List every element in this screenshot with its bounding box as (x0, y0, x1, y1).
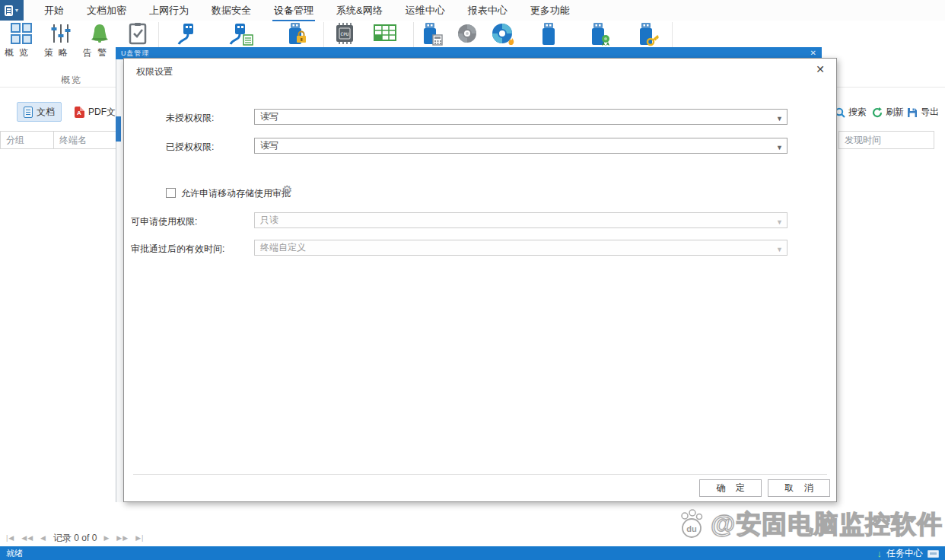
menu-bar: ▼ 开始 文档加密 上网行为 数据安全 设备管理 系统&网络 运维中心 报表中心… (0, 0, 945, 21)
applicable-permission-value: 只读 (260, 215, 278, 225)
app-window: ▼ 开始 文档加密 上网行为 数据安全 设备管理 系统&网络 运维中心 报表中心… (0, 0, 945, 560)
authorized-permission-select[interactable]: 读写 ▼ (254, 138, 788, 154)
refresh-icon (872, 107, 883, 118)
column-header-discovery-time[interactable]: 发现时间 (838, 131, 934, 149)
tab-internet-behavior[interactable]: 上网行为 (148, 0, 190, 21)
svg-text:du: du (686, 524, 696, 533)
search-label: 搜索 (848, 106, 867, 119)
export-label: 导出 (921, 106, 939, 119)
authorized-permission-value: 读写 (260, 140, 278, 151)
dialog-footer-divider (133, 474, 827, 475)
chevron-down-icon: ▼ (776, 141, 783, 155)
ribbon-separator (413, 22, 414, 48)
watermark-text: @安固电脑监控软件 (711, 508, 943, 542)
policy-sliders-icon[interactable] (50, 22, 72, 48)
search-button[interactable]: 搜索 (835, 106, 867, 119)
usb-register-icon[interactable] (420, 22, 444, 49)
refresh-label: 刷新 (886, 106, 904, 119)
chevron-down-icon: ▼ (776, 112, 783, 126)
pagination-record-text: 记录 0 of 0 (53, 532, 97, 545)
cd-icon[interactable] (456, 22, 479, 48)
pagination-first-button[interactable]: |◀ (6, 534, 14, 542)
status-ready-text: 就绪 (6, 548, 23, 559)
pagination-next-page-button[interactable]: ▶▶ (116, 534, 129, 542)
pagination-next-button[interactable]: ▶ (103, 534, 110, 542)
chevron-down-icon: ▼ (776, 215, 783, 230)
ribbon-separator (672, 22, 673, 48)
usb-drive-icon[interactable] (538, 22, 559, 49)
dialog-close-icon[interactable]: ✕ (816, 63, 825, 75)
unauthorized-permission-select[interactable]: 读写 ▼ (254, 109, 788, 125)
ribbon-item-overview[interactable]: 概览 (5, 46, 33, 59)
overview-grid-icon[interactable] (10, 22, 33, 48)
permission-settings-dialog: 权限设置 ✕ 未授权权限: 读写 ▼ 已授权权限: 读写 ▼ 允许申请移动存储使… (123, 58, 837, 502)
audit-clipboard-icon[interactable] (128, 22, 148, 48)
tab-start[interactable]: 开始 (43, 0, 65, 21)
status-bar: 就绪 ↓ 任务中心 (0, 546, 945, 560)
pagination-prev-button[interactable]: ◀ (40, 534, 46, 542)
pagination-prev-page-button[interactable]: ◀◀ (21, 534, 33, 542)
task-center-button[interactable]: 任务中心 (886, 547, 923, 560)
allow-approval-checkbox[interactable] (166, 188, 176, 198)
asset-table-icon[interactable] (373, 22, 397, 46)
approval-valid-time-label: 审批通过后的有效时间: (131, 243, 224, 256)
ribbon-separator (323, 22, 324, 48)
allow-approval-checkbox-label[interactable]: 允许申请移动存储使用审批 (181, 187, 291, 200)
pagination-bar: |◀ ◀◀ ◀ 记录 0 of 0 ▶ ▶▶ ▶| (6, 531, 144, 545)
refresh-button[interactable]: 刷新 (872, 106, 904, 119)
ribbon-item-policy[interactable]: 策略 (44, 46, 73, 59)
menu-tabs: 开始 文档加密 上网行为 数据安全 设备管理 系统&网络 运维中心 报表中心 更… (43, 0, 571, 21)
ribbon-group-label: 概览 (61, 74, 82, 87)
tab-device-management[interactable]: 设备管理 (272, 0, 315, 21)
tab-more-functions[interactable]: 更多功能 (529, 0, 571, 21)
usb-plug-report-icon[interactable] (227, 22, 254, 49)
dialog-title: 权限设置 (136, 65, 173, 78)
cpu-icon[interactable]: CPU (333, 22, 356, 48)
export-icon (907, 107, 918, 118)
approval-valid-time-value: 终端自定义 (260, 242, 306, 253)
app-menu-icon (5, 5, 13, 16)
tab-documents[interactable]: 文档 (17, 102, 62, 122)
chevron-down-icon: ▼ (776, 243, 783, 257)
export-button[interactable]: 导出 (907, 106, 939, 119)
svg-text:CPU: CPU (341, 31, 349, 37)
usb-badge-icon[interactable] (587, 22, 612, 49)
document-icon (24, 107, 33, 118)
pdf-icon (75, 107, 84, 118)
usb-plug-icon[interactable] (175, 22, 199, 49)
tab-ops-center[interactable]: 运维中心 (404, 0, 447, 21)
applicable-permission-select[interactable]: 只读 ▼ (254, 212, 788, 228)
popup-edge-accent (116, 116, 121, 142)
cd-burn-icon[interactable] (491, 22, 517, 49)
tab-report-center[interactable]: 报表中心 (466, 0, 509, 21)
applicable-permission-label: 可申请使用权限: (131, 215, 197, 228)
unauthorized-permission-label: 未授权权限: (166, 112, 214, 125)
ribbon-item-alert[interactable]: 告警 (83, 46, 112, 59)
watermark: du @安固电脑监控软件 (674, 507, 943, 542)
usb-lock-icon[interactable] (284, 22, 308, 49)
approval-valid-time-select[interactable]: 终端自定义 ▼ (254, 240, 788, 256)
chevron-down-icon: ▼ (14, 8, 20, 13)
tab-doc-encrypt[interactable]: 文档加密 (85, 0, 128, 21)
popup-close-icon[interactable]: ✕ (810, 49, 816, 57)
cancel-button[interactable]: 取 消 (768, 479, 830, 497)
authorized-permission-label: 已授权权限: (166, 141, 214, 154)
tab-data-security[interactable]: 数据安全 (210, 0, 253, 21)
app-menu-button[interactable]: ▼ (0, 0, 24, 21)
usb-key-icon[interactable] (635, 22, 660, 49)
paw-logo-icon: du (674, 507, 709, 542)
column-header-group[interactable]: 分组 (0, 131, 54, 149)
tab-system-network[interactable]: 系统&网络 (335, 0, 384, 21)
unauthorized-permission-value: 读写 (260, 111, 278, 122)
alert-bell-icon[interactable] (88, 22, 111, 48)
download-arrow-icon: ↓ (877, 548, 883, 559)
ribbon-separator (158, 22, 159, 48)
tab-documents-label: 文档 (37, 106, 55, 119)
gear-icon[interactable]: ⚙ (282, 183, 292, 197)
ok-button[interactable]: 确 定 (699, 479, 762, 497)
popup-window-title: U盘管理 (121, 49, 150, 59)
monitor-icon[interactable] (928, 550, 939, 558)
pagination-last-button[interactable]: ▶| (135, 534, 144, 542)
